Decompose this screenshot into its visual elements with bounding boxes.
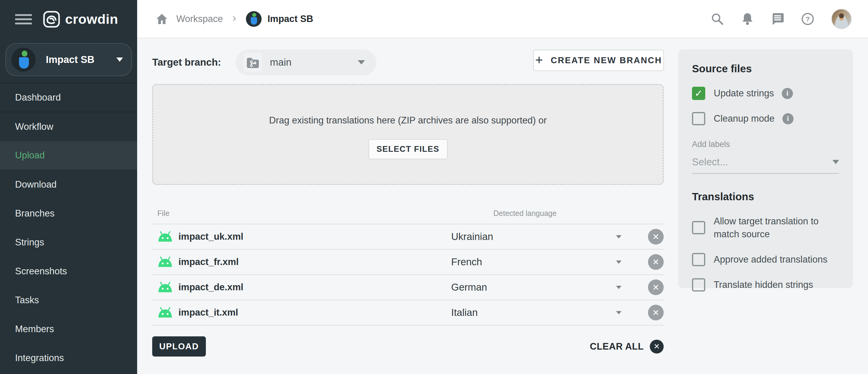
plus-icon: + xyxy=(535,53,543,67)
language-dropdown[interactable]: French xyxy=(451,256,621,268)
sidebar-item-branches[interactable]: Branches xyxy=(0,199,137,228)
sidebar-item-integrations[interactable]: Integrations xyxy=(0,344,137,373)
dropzone-text: Drag existing translations here (ZIP arc… xyxy=(269,115,547,126)
svg-text:?: ? xyxy=(806,15,810,23)
table-row: impact_fr.xml French ✕ xyxy=(152,250,664,275)
project-switcher[interactable]: Impact SB xyxy=(5,43,132,76)
sidebar-item-download[interactable]: Download xyxy=(0,170,137,199)
sidebar-item-strings[interactable]: Strings xyxy=(0,228,137,257)
labels-select-placeholder: Select... xyxy=(692,156,728,168)
home-icon[interactable] xyxy=(155,12,168,26)
language-dropdown[interactable]: Ukrainian xyxy=(451,231,621,242)
android-file-icon xyxy=(157,307,173,318)
option-approve-added: ✓ Approve added translations xyxy=(692,253,839,266)
upload-button[interactable]: UPLOAD xyxy=(152,336,206,356)
project-avatar xyxy=(246,11,261,27)
table-footer: UPLOAD CLEAR ALL ✕ xyxy=(152,336,664,356)
messages-icon[interactable] xyxy=(771,12,784,26)
remove-file-button[interactable]: ✕ xyxy=(648,229,664,244)
cleanup-mode-checkbox[interactable]: ✓ xyxy=(692,112,705,125)
option-translate-hidden: ✓ Translate hidden strings xyxy=(692,278,839,292)
language-dropdown[interactable]: German xyxy=(451,281,621,293)
notifications-bell-icon[interactable] xyxy=(741,12,754,26)
top-header: Workspace › Impact SB ? xyxy=(137,0,868,38)
remove-file-button[interactable]: ✕ xyxy=(648,254,664,270)
option-allow-match-source: ✓ Allow target translation to match sour… xyxy=(692,215,839,241)
target-branch-row: Target branch: main xyxy=(152,49,376,75)
select-files-button[interactable]: SELECT FILES xyxy=(369,139,447,159)
chevron-down-icon xyxy=(832,160,839,164)
approve-added-checkbox[interactable]: ✓ xyxy=(692,253,705,266)
upload-settings-panel: Source files ✓ Update strings i ✓ Cleanu… xyxy=(678,49,853,288)
chevron-down-icon xyxy=(358,60,365,64)
main-content: Target branch: main + CREATE NEW BRANCH … xyxy=(137,39,868,374)
file-name: impact_de.xml xyxy=(179,282,243,293)
sidebar-item-members[interactable]: Members xyxy=(0,315,137,344)
crowdin-logo-icon xyxy=(43,10,60,28)
file-name: impact_fr.xml xyxy=(179,257,239,267)
clear-all-button[interactable]: CLEAR ALL ✕ xyxy=(590,340,664,353)
option-update-strings: ✓ Update strings i xyxy=(692,87,839,100)
sidebar-item-dashboard[interactable]: Dashboard xyxy=(0,83,137,112)
labels-select[interactable]: Select... xyxy=(692,156,839,174)
table-row: impact_de.xml German ✕ xyxy=(152,275,664,300)
file-name: impact_it.xml xyxy=(179,307,238,318)
menu-hamburger-icon[interactable] xyxy=(15,12,32,27)
chevron-right-icon: › xyxy=(233,12,236,24)
search-icon[interactable] xyxy=(711,12,724,26)
sidebar-item-tasks[interactable]: Tasks xyxy=(0,286,137,315)
chevron-down-icon xyxy=(616,311,621,314)
project-name: Impact SB xyxy=(46,54,94,65)
update-strings-checkbox[interactable]: ✓ xyxy=(692,87,705,100)
chevron-down-icon xyxy=(616,235,621,238)
uploaded-files-table: File Detected language impact_uk.xml Ukr… xyxy=(152,201,664,326)
android-file-icon xyxy=(157,256,173,268)
android-file-icon xyxy=(157,281,173,293)
remove-file-button[interactable]: ✕ xyxy=(648,279,664,295)
column-file: File xyxy=(157,209,169,218)
user-avatar[interactable] xyxy=(831,9,852,29)
chevron-down-icon xyxy=(116,58,123,62)
clear-all-x-icon: ✕ xyxy=(650,340,664,353)
breadcrumb: Workspace › Impact SB xyxy=(155,11,313,27)
android-file-icon xyxy=(157,231,173,243)
column-detected-language: Detected language xyxy=(493,209,664,218)
sidebar-item-workflow[interactable]: Workflow xyxy=(0,112,137,141)
breadcrumb-workspace[interactable]: Workspace xyxy=(176,13,223,24)
source-files-title: Source files xyxy=(692,63,839,75)
allow-match-source-checkbox[interactable]: ✓ xyxy=(692,221,705,234)
project-avatar xyxy=(11,47,36,72)
crowdin-logo-text: crowdin xyxy=(65,11,118,27)
option-cleanup-mode: ✓ Cleanup mode i xyxy=(692,112,839,125)
info-icon[interactable]: i xyxy=(782,88,793,99)
create-new-branch-button[interactable]: + CREATE NEW BRANCH xyxy=(533,50,664,71)
crowdin-logo[interactable]: crowdin xyxy=(43,10,118,28)
breadcrumb-project-name: Impact SB xyxy=(268,13,313,24)
chevron-down-icon xyxy=(616,286,621,289)
sidebar-item-upload[interactable]: Upload xyxy=(0,141,137,170)
sidebar-top: crowdin xyxy=(0,0,137,38)
table-row: impact_uk.xml Ukrainian ✕ xyxy=(152,224,664,250)
language-dropdown[interactable]: Italian xyxy=(451,307,621,318)
sidebar-item-screenshots[interactable]: Screenshots xyxy=(0,257,137,286)
target-branch-select[interactable]: main xyxy=(236,49,376,75)
sidebar-nav: Dashboard Workflow Upload Download Branc… xyxy=(0,83,137,373)
header-actions: ? xyxy=(711,9,852,29)
info-icon[interactable]: i xyxy=(782,113,794,124)
chevron-down-icon xyxy=(616,261,621,264)
table-row: impact_it.xml Italian ✕ xyxy=(152,300,664,326)
crowdin-upload-page: Workspace › Impact SB ? xyxy=(0,0,868,374)
table-header: File Detected language xyxy=(152,201,664,224)
translate-hidden-checkbox[interactable]: ✓ xyxy=(692,278,705,292)
file-dropzone[interactable]: Drag existing translations here (ZIP arc… xyxy=(152,84,664,185)
help-icon[interactable]: ? xyxy=(801,12,814,26)
translations-title: Translations xyxy=(692,191,839,203)
sidebar: crowdin Impact SB Dashboard Workflow Upl… xyxy=(0,0,137,374)
target-branch-label: Target branch: xyxy=(152,57,221,68)
remove-file-button[interactable]: ✕ xyxy=(648,305,664,320)
branch-folder-icon xyxy=(244,53,262,72)
add-labels-label: Add labels xyxy=(692,140,839,149)
breadcrumb-project[interactable]: Impact SB xyxy=(246,11,313,27)
target-branch-value: main xyxy=(270,57,292,68)
file-name: impact_uk.xml xyxy=(179,231,243,242)
